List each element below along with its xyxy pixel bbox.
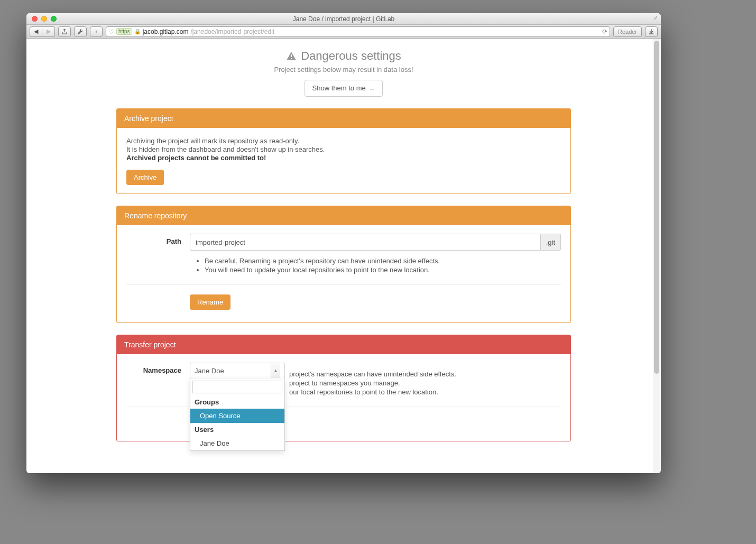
show-settings-button[interactable]: Show them to me ︿ [305, 80, 383, 97]
fullscreen-icon[interactable]: ⤢ [653, 15, 658, 21]
minimize-window-button[interactable] [41, 16, 47, 22]
back-button[interactable]: ◀ [30, 26, 42, 37]
url-domain: jacob.gitlap.com [143, 28, 189, 35]
scrollbar[interactable] [653, 39, 660, 473]
page-content: Dangerous settings Project settings belo… [26, 39, 661, 473]
path-suffix: .git [540, 234, 561, 251]
namespace-label: Namespace [126, 363, 190, 374]
rename-warning-1: Be careful. Renaming a project's reposit… [205, 257, 561, 265]
dropdown-arrow-icon: ▲ [271, 363, 280, 378]
transfer-panel-title: Transfer project [117, 335, 570, 354]
archive-button[interactable]: Archive [126, 170, 164, 185]
browser-window: Jane Doe / imported project | GitLab ⤢ ◀… [26, 13, 661, 473]
url-path: /janedoe/imported-project/edit [190, 28, 274, 35]
lock-icon: 🔒 [134, 29, 141, 34]
archive-panel-title: Archive project [117, 109, 570, 128]
page-subtitle: Project settings below may result in dat… [116, 66, 571, 73]
rename-button[interactable]: Rename [190, 294, 231, 310]
page-title: Dangerous settings [286, 49, 401, 63]
warning-icon [286, 51, 297, 61]
transfer-warning-2: project to namespaces you manage. [289, 379, 561, 387]
downloads-button[interactable] [645, 26, 658, 37]
titlebar: Jane Doe / imported project | GitLab ⤢ [26, 13, 661, 25]
window-title: Jane Doe / imported project | GitLab [26, 15, 661, 23]
wrench-icon [77, 29, 84, 35]
users-heading: Users [190, 423, 284, 436]
share-icon [61, 29, 68, 35]
window-controls [26, 16, 57, 22]
namespace-select[interactable]: Jane Doe ▲ Groups Open Source Users [190, 363, 285, 379]
archive-panel: Archive project Archiving the project wi… [116, 108, 571, 194]
https-badge: https [116, 28, 132, 35]
page-title-text: Dangerous settings [301, 49, 401, 63]
namespace-search-input[interactable] [192, 381, 282, 393]
danger-header: Dangerous settings Project settings belo… [116, 49, 571, 97]
scrollbar-thumb[interactable] [654, 41, 659, 374]
download-icon [648, 29, 654, 35]
show-button-label: Show them to me [312, 84, 366, 92]
share-button[interactable] [58, 26, 71, 37]
rename-warning-2: You will need to update your local repos… [205, 266, 561, 274]
divider [126, 284, 561, 285]
svg-rect-1 [291, 58, 292, 59]
namespace-dropdown: Groups Open Source Users Jane Doe [190, 378, 285, 451]
browser-toolbar: ◀ ▶ + ♡ https 🔒 jacob.gitlap.com /janedo… [26, 25, 661, 39]
address-bar[interactable]: ♡ https 🔒 jacob.gitlap.com /janedoe/impo… [106, 26, 610, 37]
archive-text-2: It is hidden from the dashboard and does… [126, 145, 561, 153]
close-window-button[interactable] [32, 16, 38, 22]
add-tab-button[interactable]: + [90, 26, 103, 37]
favorite-icon: ♡ [108, 28, 114, 35]
chevron-up-icon: ︿ [370, 86, 375, 91]
transfer-panel: Transfer project Namespace Jane Doe ▲ [116, 335, 571, 441]
namespace-option-open-source[interactable]: Open Source [190, 409, 284, 423]
path-input[interactable] [190, 234, 540, 251]
archive-text-1: Archiving the project will mark its repo… [126, 137, 561, 145]
tools-button[interactable] [74, 26, 87, 37]
namespace-selected: Jane Doe [195, 367, 224, 375]
nav-buttons: ◀ ▶ [30, 26, 55, 37]
rename-panel-title: Rename repository [117, 206, 570, 225]
path-label: Path [126, 234, 190, 245]
reader-button[interactable]: Reader [613, 26, 642, 37]
archive-text-3: Archived projects cannot be committed to… [126, 154, 266, 162]
namespace-option-jane-doe[interactable]: Jane Doe [190, 436, 284, 450]
svg-rect-0 [291, 54, 292, 57]
zoom-window-button[interactable] [51, 16, 57, 22]
transfer-warning-1: project's namespace can have unintended … [289, 370, 561, 378]
reload-icon[interactable]: ⟳ [602, 28, 607, 35]
transfer-warning-3: our local repositories to point to the n… [289, 388, 561, 396]
rename-panel: Rename repository Path .git Be careful. … [116, 206, 571, 323]
forward-button[interactable]: ▶ [42, 26, 55, 37]
groups-heading: Groups [190, 395, 284, 409]
